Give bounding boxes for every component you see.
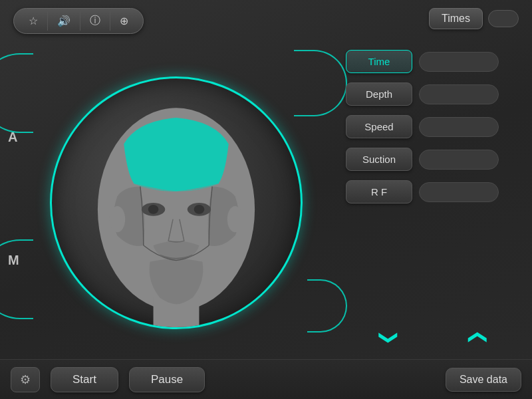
param-row-suction: Suction xyxy=(346,148,519,171)
time-slider[interactable] xyxy=(419,52,499,72)
right-panel: Time Depth Speed Suction R F xyxy=(346,50,519,203)
suction-slider[interactable] xyxy=(419,150,499,170)
info-button[interactable]: ⓘ xyxy=(80,11,110,31)
star-button[interactable]: ☆ xyxy=(19,11,48,31)
app-container: ☆ 🔊 ⓘ ⊕ Times A M xyxy=(0,0,532,399)
times-area: Times xyxy=(429,8,519,29)
gear-icon: ⚙ xyxy=(20,372,31,387)
rf-button[interactable]: R F xyxy=(346,180,412,203)
start-button[interactable]: Start xyxy=(51,367,118,392)
svg-point-7 xyxy=(227,206,243,232)
pause-button[interactable]: Pause xyxy=(129,367,205,392)
time-button[interactable]: Time xyxy=(346,50,412,73)
settings-button[interactable]: ⚙ xyxy=(11,367,40,392)
suction-button[interactable]: Suction xyxy=(346,148,412,171)
depth-button[interactable]: Depth xyxy=(346,82,412,106)
param-row-speed: Speed xyxy=(346,115,519,138)
svg-point-6 xyxy=(110,206,126,232)
volume-button[interactable]: 🔊 xyxy=(48,11,80,31)
speed-button[interactable]: Speed xyxy=(346,115,412,138)
param-row-time: Time xyxy=(346,50,519,73)
chevron-up-button[interactable]: ❯ xyxy=(461,319,491,356)
depth-slider[interactable] xyxy=(419,84,499,104)
svg-point-4 xyxy=(148,205,159,214)
param-row-depth: Depth xyxy=(346,82,519,106)
left-arc-bottom-decoration xyxy=(0,239,33,319)
svg-point-5 xyxy=(194,205,205,214)
face-circle xyxy=(50,76,303,329)
times-toggle[interactable] xyxy=(488,10,519,27)
chevron-down-button[interactable]: ❯ xyxy=(374,319,404,356)
left-arc-top-decoration xyxy=(0,53,33,133)
speed-slider[interactable] xyxy=(419,117,499,137)
top-toolbar: ☆ 🔊 ⓘ ⊕ xyxy=(13,8,144,34)
save-data-button[interactable]: Save data xyxy=(446,368,521,392)
face-svg xyxy=(52,78,301,327)
bottom-bar: ⚙ Start Pause Save data xyxy=(0,359,532,399)
add-button[interactable]: ⊕ xyxy=(110,11,138,31)
chevron-area: ❯ ❯ xyxy=(346,323,519,352)
times-button[interactable]: Times xyxy=(429,8,483,29)
param-row-rf: R F xyxy=(346,180,519,203)
rf-slider[interactable] xyxy=(419,182,499,202)
face-circle-container xyxy=(37,50,316,356)
